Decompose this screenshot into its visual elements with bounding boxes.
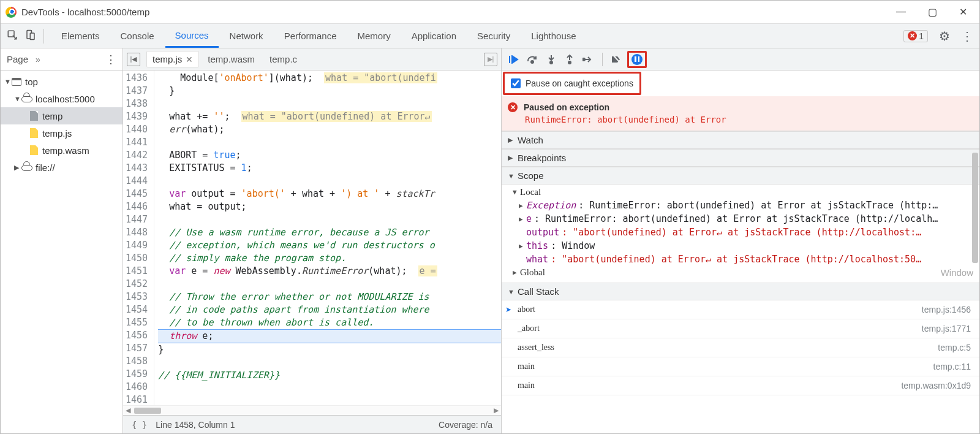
svg-point-4 (550, 61, 552, 64)
coverage-label: Coverage: n/a (439, 420, 492, 430)
svg-point-3 (531, 61, 533, 63)
deactivate-breakpoints-button[interactable] (609, 51, 625, 67)
pause-on-exceptions-button[interactable] (627, 51, 647, 68)
tree-file-tempjs[interactable]: temp.js (1, 124, 123, 142)
minimize-button[interactable]: — (896, 6, 906, 18)
close-button[interactable]: ✕ (959, 6, 967, 18)
editor-status-bar: { } Line 1458, Column 1 Coverage: n/a (123, 415, 501, 433)
file-tree: ▼top ▼localhost:5000 temp temp.js temp.w… (1, 70, 123, 178)
navigator-panel: Page » ⋮ ▼top ▼localhost:5000 temp temp.… (1, 48, 123, 433)
editor-panel: |◀ temp.js✕temp.wasmtemp.c ▶| 1436143714… (123, 48, 502, 433)
cursor-position: Line 1458, Column 1 (156, 420, 235, 430)
scope-local[interactable]: ▼Local (502, 186, 979, 199)
tree-file-tempwasm[interactable]: temp.wasm (1, 142, 123, 159)
resume-button[interactable] (507, 51, 522, 67)
run-snippet-icon[interactable]: ▶| (484, 53, 497, 66)
error-count-badge[interactable]: ✕ 1 (903, 30, 928, 42)
scope-global[interactable]: ▶GlobalWindow (502, 266, 979, 279)
section-scope[interactable]: ▼Scope (502, 167, 979, 185)
section-watch[interactable]: ▶Watch (502, 131, 979, 149)
callstack-frame[interactable]: assert_lesstemp.c:5 (502, 338, 979, 357)
paused-message: RuntimeError: abort(undefined) at Error (524, 115, 971, 124)
file-icon (30, 111, 38, 121)
error-icon: ✕ (908, 31, 917, 40)
right-scrollbar[interactable] (972, 153, 978, 263)
debugger-toolbar (502, 48, 979, 70)
toolbar-divider (43, 29, 44, 44)
cloud-icon (21, 95, 32, 102)
file-icon (30, 128, 38, 138)
tree-file-temp[interactable]: temp (1, 107, 123, 124)
step-button[interactable] (580, 51, 596, 67)
scope-var[interactable]: output: "abort(undefined) at Error↵ at j… (502, 226, 979, 239)
callstack-frame[interactable]: maintemp.c:11 (502, 357, 979, 376)
device-toggle-icon[interactable] (25, 29, 36, 42)
callstack-body: aborttemp.js:1456_aborttemp.js:1771asser… (502, 300, 979, 395)
devtools-toolbar: ElementsConsoleSourcesNetworkPerformance… (1, 24, 979, 48)
window-icon (12, 78, 21, 86)
inspect-icon[interactable] (7, 29, 18, 42)
tab-application[interactable]: Application (402, 24, 466, 48)
tab-memory[interactable]: Memory (348, 24, 401, 48)
step-out-button[interactable] (562, 51, 578, 67)
svg-point-6 (582, 58, 585, 61)
tab-network[interactable]: Network (220, 24, 273, 48)
window-controls: — ▢ ✕ (896, 6, 974, 18)
tree-top[interactable]: ▼top (1, 73, 123, 90)
window-titlebar: DevTools - localhost:5000/temp — ▢ ✕ (1, 1, 979, 24)
editor-tabs: |◀ temp.js✕temp.wasmtemp.c ▶| (123, 48, 501, 70)
pause-on-caught-checkbox[interactable] (511, 78, 521, 88)
pause-on-caught-checkbox-row[interactable]: Pause on caught exceptions (503, 72, 641, 95)
section-callstack[interactable]: ▼Call Stack (502, 283, 979, 300)
callstack-frame[interactable]: aborttemp.js:1456 (502, 300, 979, 319)
paused-title: Paused on exception (524, 102, 609, 112)
step-over-button[interactable] (525, 51, 541, 67)
tab-security[interactable]: Security (467, 24, 520, 48)
tab-sources[interactable]: Sources (165, 24, 219, 48)
navigator-menu-icon[interactable]: ⋮ (105, 53, 116, 66)
error-count: 1 (919, 31, 924, 41)
debugger-panel: Pause on caught exceptions ✕ Paused on e… (502, 48, 979, 433)
toolbar-divider (602, 53, 603, 66)
scope-var[interactable]: ▶Exception: RuntimeError: abort(undefine… (502, 199, 979, 212)
tab-console[interactable]: Console (111, 24, 164, 48)
editor-hscroll[interactable]: ◀▶ (123, 405, 501, 415)
tab-lighthouse[interactable]: Lighthouse (521, 24, 586, 48)
close-tab-icon[interactable]: ✕ (186, 55, 193, 64)
section-breakpoints[interactable]: ▶Breakpoints (502, 149, 979, 167)
maximize-button[interactable]: ▢ (928, 6, 937, 18)
scope-var[interactable]: ▶this: Window (502, 239, 979, 253)
tree-file-scheme[interactable]: ▶file:// (1, 159, 123, 176)
tab-elements[interactable]: Elements (51, 24, 110, 48)
file-icon (30, 145, 38, 155)
pause-on-caught-label: Pause on caught exceptions (526, 78, 633, 88)
window-title: DevTools - localhost:5000/temp (21, 7, 149, 17)
tab-performance[interactable]: Performance (274, 24, 347, 48)
tree-host[interactable]: ▼localhost:5000 (1, 90, 123, 107)
code-content: Module['onAbort'](what); what = "abort(u… (154, 70, 501, 405)
file-tab-temp-c[interactable]: temp.c (263, 51, 303, 67)
nav-chooser-icon[interactable]: |◀ (127, 53, 140, 66)
navigator-more-tabs[interactable]: » (36, 55, 40, 64)
pretty-print-icon[interactable]: { } (132, 420, 147, 430)
chrome-icon (6, 7, 17, 18)
scope-var[interactable]: what: "abort(undefined) at Error↵ at jsS… (502, 253, 979, 266)
scope-var[interactable]: ▶e: RuntimeError: abort(undefined) at Er… (502, 212, 979, 226)
scope-body: ▼Local ▶Exception: RuntimeError: abort(u… (502, 185, 979, 283)
svg-rect-2 (30, 33, 34, 40)
code-editor[interactable]: 1436143714381439144014411442144314441445… (123, 70, 501, 405)
pause-icon (631, 54, 643, 65)
paused-banner: ✕ Paused on exception RuntimeError: abor… (502, 96, 979, 131)
navigator-header: Page » ⋮ (1, 48, 123, 70)
file-tab-temp-js[interactable]: temp.js✕ (146, 51, 199, 67)
step-into-button[interactable] (543, 51, 559, 67)
callstack-frame[interactable]: maintemp.wasm:0x1d9 (502, 376, 979, 395)
svg-point-5 (568, 61, 571, 64)
navigator-tab-page[interactable]: Page (7, 54, 28, 64)
more-icon[interactable]: ⋮ (961, 29, 973, 44)
cloud-icon (21, 164, 32, 171)
error-icon: ✕ (508, 102, 518, 112)
settings-icon[interactable]: ⚙ (939, 29, 950, 44)
file-tab-temp-wasm[interactable]: temp.wasm (202, 51, 261, 67)
callstack-frame[interactable]: _aborttemp.js:1771 (502, 319, 979, 338)
